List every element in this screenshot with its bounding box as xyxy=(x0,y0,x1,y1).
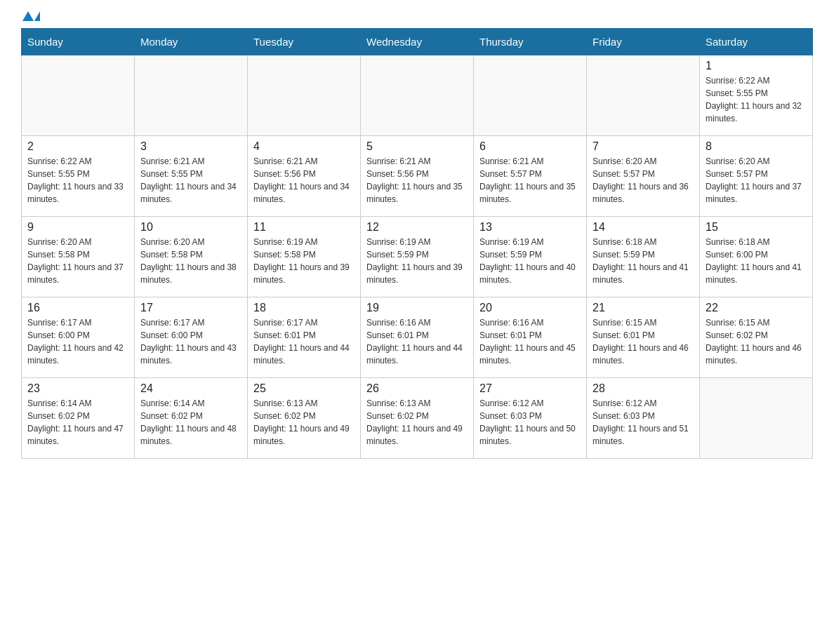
day-info: Sunrise: 6:16 AMSunset: 6:01 PMDaylight:… xyxy=(479,316,581,367)
weekday-header-thursday: Thursday xyxy=(474,29,587,55)
day-number: 11 xyxy=(253,221,355,234)
calendar-cell: 4Sunrise: 6:21 AMSunset: 5:56 PMDaylight… xyxy=(248,136,361,217)
day-number: 21 xyxy=(593,302,694,314)
calendar-cell: 5Sunrise: 6:21 AMSunset: 5:56 PMDaylight… xyxy=(361,136,474,217)
calendar-cell: 1Sunrise: 6:22 AMSunset: 5:55 PMDaylight… xyxy=(700,55,813,136)
calendar-cell: 3Sunrise: 6:21 AMSunset: 5:55 PMDaylight… xyxy=(135,136,248,217)
calendar-header-row: SundayMondayTuesdayWednesdayThursdayFrid… xyxy=(22,29,813,55)
week-row-1: 1Sunrise: 6:22 AMSunset: 5:55 PMDaylight… xyxy=(22,55,813,136)
day-number: 5 xyxy=(366,140,468,153)
calendar-cell: 28Sunrise: 6:12 AMSunset: 6:03 PMDayligh… xyxy=(587,378,700,459)
day-number: 3 xyxy=(140,140,241,153)
calendar-cell: 8Sunrise: 6:20 AMSunset: 5:57 PMDaylight… xyxy=(700,136,813,217)
day-info: Sunrise: 6:17 AMSunset: 6:00 PMDaylight:… xyxy=(27,316,128,367)
day-number: 28 xyxy=(593,382,694,395)
calendar-table: SundayMondayTuesdayWednesdayThursdayFrid… xyxy=(21,28,813,459)
day-number: 23 xyxy=(27,382,128,395)
day-info: Sunrise: 6:13 AMSunset: 6:02 PMDaylight:… xyxy=(253,397,355,448)
calendar-cell: 10Sunrise: 6:20 AMSunset: 5:58 PMDayligh… xyxy=(135,217,248,297)
day-number: 20 xyxy=(479,302,581,314)
day-info: Sunrise: 6:18 AMSunset: 5:59 PMDaylight:… xyxy=(593,236,694,286)
day-number: 9 xyxy=(27,221,128,234)
day-info: Sunrise: 6:14 AMSunset: 6:02 PMDaylight:… xyxy=(140,397,241,448)
day-info: Sunrise: 6:21 AMSunset: 5:57 PMDaylight:… xyxy=(479,155,581,206)
weekday-header-friday: Friday xyxy=(587,29,700,55)
day-number: 18 xyxy=(253,302,355,314)
weekday-header-saturday: Saturday xyxy=(700,29,813,55)
calendar-cell: 23Sunrise: 6:14 AMSunset: 6:02 PMDayligh… xyxy=(22,378,135,459)
day-number: 26 xyxy=(366,382,468,395)
weekday-header-wednesday: Wednesday xyxy=(361,29,474,55)
day-number: 24 xyxy=(140,382,241,395)
day-number: 13 xyxy=(479,221,581,234)
calendar-cell: 25Sunrise: 6:13 AMSunset: 6:02 PMDayligh… xyxy=(248,378,361,459)
day-number: 17 xyxy=(140,302,241,314)
day-info: Sunrise: 6:17 AMSunset: 6:01 PMDaylight:… xyxy=(253,316,355,367)
day-number: 22 xyxy=(706,302,807,314)
calendar-cell: 7Sunrise: 6:20 AMSunset: 5:57 PMDaylight… xyxy=(587,136,700,217)
day-number: 4 xyxy=(253,140,355,153)
calendar-cell xyxy=(700,378,813,459)
calendar-cell: 6Sunrise: 6:21 AMSunset: 5:57 PMDaylight… xyxy=(474,136,587,217)
day-info: Sunrise: 6:17 AMSunset: 6:00 PMDaylight:… xyxy=(140,316,241,367)
week-row-2: 2Sunrise: 6:22 AMSunset: 5:55 PMDaylight… xyxy=(22,136,813,217)
day-number: 12 xyxy=(366,221,468,234)
day-number: 25 xyxy=(253,382,355,395)
calendar-cell: 9Sunrise: 6:20 AMSunset: 5:58 PMDaylight… xyxy=(22,217,135,297)
calendar-cell: 24Sunrise: 6:14 AMSunset: 6:02 PMDayligh… xyxy=(135,378,248,459)
calendar-cell: 18Sunrise: 6:17 AMSunset: 6:01 PMDayligh… xyxy=(248,297,361,378)
day-number: 2 xyxy=(27,140,128,153)
day-info: Sunrise: 6:21 AMSunset: 5:55 PMDaylight:… xyxy=(140,155,241,206)
logo xyxy=(21,14,40,21)
day-number: 14 xyxy=(593,221,694,234)
calendar-cell: 20Sunrise: 6:16 AMSunset: 6:01 PMDayligh… xyxy=(474,297,587,378)
calendar-cell: 2Sunrise: 6:22 AMSunset: 5:55 PMDaylight… xyxy=(22,136,135,217)
day-number: 15 xyxy=(706,221,807,234)
calendar-cell xyxy=(22,55,135,136)
day-info: Sunrise: 6:15 AMSunset: 6:01 PMDaylight:… xyxy=(593,316,694,367)
week-row-4: 16Sunrise: 6:17 AMSunset: 6:00 PMDayligh… xyxy=(22,297,813,378)
calendar-cell: 14Sunrise: 6:18 AMSunset: 5:59 PMDayligh… xyxy=(587,217,700,297)
day-info: Sunrise: 6:15 AMSunset: 6:02 PMDaylight:… xyxy=(706,316,807,367)
calendar-cell xyxy=(474,55,587,136)
day-number: 27 xyxy=(479,382,581,395)
page-header xyxy=(21,14,813,21)
day-info: Sunrise: 6:19 AMSunset: 5:58 PMDaylight:… xyxy=(253,236,355,286)
day-number: 16 xyxy=(27,302,128,314)
day-info: Sunrise: 6:13 AMSunset: 6:02 PMDaylight:… xyxy=(366,397,468,448)
day-number: 7 xyxy=(593,140,694,153)
calendar-cell: 15Sunrise: 6:18 AMSunset: 6:00 PMDayligh… xyxy=(700,217,813,297)
day-info: Sunrise: 6:16 AMSunset: 6:01 PMDaylight:… xyxy=(366,316,468,367)
day-info: Sunrise: 6:22 AMSunset: 5:55 PMDaylight:… xyxy=(27,155,128,206)
day-number: 6 xyxy=(479,140,581,153)
day-number: 10 xyxy=(140,221,241,234)
calendar-cell xyxy=(587,55,700,136)
day-info: Sunrise: 6:21 AMSunset: 5:56 PMDaylight:… xyxy=(366,155,468,206)
day-info: Sunrise: 6:19 AMSunset: 5:59 PMDaylight:… xyxy=(479,236,581,286)
week-row-5: 23Sunrise: 6:14 AMSunset: 6:02 PMDayligh… xyxy=(22,378,813,459)
weekday-header-monday: Monday xyxy=(135,29,248,55)
calendar-cell xyxy=(248,55,361,136)
day-info: Sunrise: 6:18 AMSunset: 6:00 PMDaylight:… xyxy=(706,236,807,286)
calendar-cell: 26Sunrise: 6:13 AMSunset: 6:02 PMDayligh… xyxy=(361,378,474,459)
day-info: Sunrise: 6:20 AMSunset: 5:57 PMDaylight:… xyxy=(706,155,807,206)
calendar-cell: 19Sunrise: 6:16 AMSunset: 6:01 PMDayligh… xyxy=(361,297,474,378)
calendar-cell xyxy=(361,55,474,136)
day-number: 19 xyxy=(366,302,468,314)
day-info: Sunrise: 6:12 AMSunset: 6:03 PMDaylight:… xyxy=(479,397,581,448)
day-info: Sunrise: 6:19 AMSunset: 5:59 PMDaylight:… xyxy=(366,236,468,286)
calendar-cell: 22Sunrise: 6:15 AMSunset: 6:02 PMDayligh… xyxy=(700,297,813,378)
weekday-header-tuesday: Tuesday xyxy=(248,29,361,55)
week-row-3: 9Sunrise: 6:20 AMSunset: 5:58 PMDaylight… xyxy=(22,217,813,297)
calendar-cell: 13Sunrise: 6:19 AMSunset: 5:59 PMDayligh… xyxy=(474,217,587,297)
day-number: 8 xyxy=(706,140,807,153)
day-number: 1 xyxy=(706,60,807,72)
calendar-cell: 12Sunrise: 6:19 AMSunset: 5:59 PMDayligh… xyxy=(361,217,474,297)
calendar-cell: 17Sunrise: 6:17 AMSunset: 6:00 PMDayligh… xyxy=(135,297,248,378)
calendar-cell: 11Sunrise: 6:19 AMSunset: 5:58 PMDayligh… xyxy=(248,217,361,297)
calendar-cell: 27Sunrise: 6:12 AMSunset: 6:03 PMDayligh… xyxy=(474,378,587,459)
calendar-cell: 21Sunrise: 6:15 AMSunset: 6:01 PMDayligh… xyxy=(587,297,700,378)
day-info: Sunrise: 6:22 AMSunset: 5:55 PMDaylight:… xyxy=(706,74,807,125)
day-info: Sunrise: 6:20 AMSunset: 5:57 PMDaylight:… xyxy=(593,155,694,206)
weekday-header-sunday: Sunday xyxy=(22,29,135,55)
